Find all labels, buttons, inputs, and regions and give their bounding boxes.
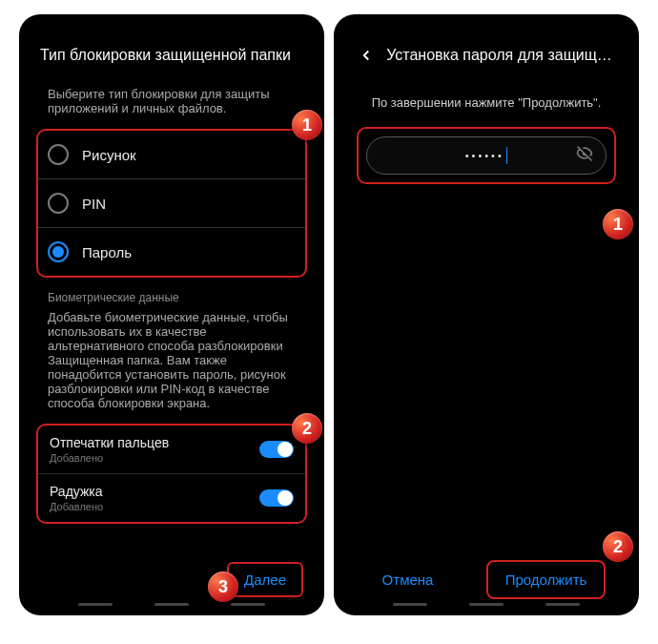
callout-1: 1 <box>292 110 322 140</box>
helper-text: Выберите тип блокировки для защиты прило… <box>32 83 311 129</box>
phone-lock-type: Тип блокировки защищенной папки Выберите… <box>19 14 324 615</box>
option-password[interactable]: Пароль <box>38 227 305 276</box>
page-title: Тип блокировки защищенной папки <box>40 47 291 64</box>
radio-icon <box>48 144 69 165</box>
bio-helper-text: Добавьте биометрические данные, чтобы ис… <box>32 306 311 424</box>
radio-icon <box>48 193 69 214</box>
back-button[interactable] <box>355 44 377 67</box>
text-cursor <box>506 147 508 164</box>
nav-bar <box>334 603 639 614</box>
biometrics-list: Отпечатки пальцевДобавлено РадужкаДобавл… <box>36 424 307 524</box>
section-biometrics: Биометрические данные <box>32 278 311 306</box>
helper-text: По завершении нажмите "Продолжить". <box>347 83 626 121</box>
callout-2: 2 <box>603 531 633 562</box>
password-input[interactable]: •••••• <box>366 136 607 175</box>
toggle-iris[interactable] <box>259 489 294 507</box>
header: Тип блокировки защищенной папки <box>32 28 311 83</box>
callout-2: 2 <box>292 413 322 444</box>
callout-1: 1 <box>603 209 633 239</box>
password-area: •••••• <box>357 127 616 184</box>
lock-type-list: Рисунок PIN Пароль <box>36 129 307 278</box>
continue-button[interactable]: Продолжить <box>486 560 607 599</box>
bio-fingerprint[interactable]: Отпечатки пальцевДобавлено <box>38 426 305 473</box>
next-button[interactable]: Далее <box>227 562 303 597</box>
header: Установка пароля для защищен... <box>347 28 626 83</box>
phone-set-password: Установка пароля для защищен... По завер… <box>334 14 639 615</box>
callout-3: 3 <box>208 571 238 602</box>
cancel-button[interactable]: Отмена <box>367 564 449 595</box>
option-pin[interactable]: PIN <box>38 178 305 227</box>
radio-icon-selected <box>48 241 69 262</box>
page-title: Установка пароля для защищен... <box>386 47 618 64</box>
toggle-fingerprint[interactable] <box>259 441 294 458</box>
nav-bar <box>19 603 324 614</box>
eye-off-icon[interactable] <box>575 144 594 167</box>
bio-iris[interactable]: РадужкаДобавлено <box>38 473 305 522</box>
option-pattern[interactable]: Рисунок <box>38 131 305 178</box>
